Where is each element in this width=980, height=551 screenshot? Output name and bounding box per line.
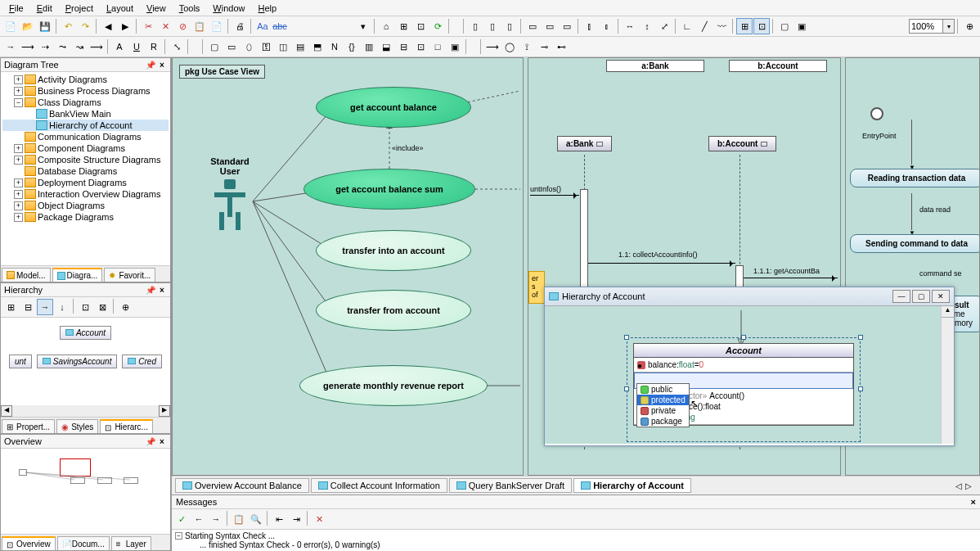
msg-tool-icon[interactable]: → — [208, 511, 224, 527]
grid-icon[interactable]: ⊞ — [736, 18, 753, 34]
rel-icon[interactable]: ⟟ — [519, 38, 535, 55]
size-icon[interactable]: ↕ — [639, 18, 655, 34]
tree-item[interactable]: +Package Diagrams — [2, 211, 169, 223]
tab-next-icon[interactable]: ▷ — [965, 481, 972, 490]
tree-item[interactable]: +Activity Diagrams — [2, 74, 169, 85]
state-reading[interactable]: Reading transaction data — [850, 169, 980, 187]
menu-help[interactable]: Help — [252, 2, 284, 15]
shape-icon[interactable]: ⬒ — [309, 38, 326, 55]
dropdown-icon[interactable]: ▾ — [355, 18, 371, 34]
usecase-transfer-into[interactable]: transfer into an account — [316, 230, 471, 271]
tree-item[interactable]: Database Diagrams — [2, 165, 169, 177]
menu-file[interactable]: File — [2, 2, 30, 15]
tab-styles[interactable]: ◉Styles — [56, 419, 98, 433]
tree-toggle-icon[interactable]: + — [14, 201, 23, 210]
tab-favorites[interactable]: ✸Favorit... — [104, 268, 155, 282]
expand-icon[interactable]: ⤡ — [169, 38, 185, 55]
selection-handle[interactable] — [624, 386, 629, 391]
size-icon[interactable]: ↔ — [622, 18, 638, 34]
entry-point[interactable] — [870, 107, 883, 120]
tree-toggle-icon[interactable]: + — [14, 213, 23, 222]
msg-tool-icon[interactable]: ← — [191, 511, 207, 527]
hierarchy-content[interactable]: Account unt SavingsAccount Cred — [1, 318, 170, 405]
msg-tool-icon[interactable]: ✓ — [173, 511, 190, 527]
msg-tool-icon[interactable]: ⇤ — [271, 511, 287, 527]
open-icon[interactable]: 📂 — [20, 18, 36, 34]
sequence-note[interactable]: er s of — [528, 271, 545, 304]
pin-icon[interactable]: 📌 — [146, 60, 155, 70]
shape-icon[interactable]: ⬯ — [241, 38, 257, 55]
rel-icon[interactable]: ⟶ — [484, 38, 501, 55]
usecase-diagram[interactable]: pkg Use Case View Standard User — [172, 57, 524, 476]
msg-tool-icon[interactable]: 🔍 — [248, 511, 264, 527]
hier-tool-icon[interactable]: ⊕ — [117, 299, 133, 315]
seq-header-account[interactable]: b:Account — [729, 60, 827, 72]
minimize-icon[interactable]: — — [892, 290, 910, 303]
shape-icon[interactable]: □ — [429, 38, 446, 55]
visibility-option-private[interactable]: private — [637, 405, 689, 416]
hier-child[interactable]: Cred — [122, 355, 162, 368]
arrow-icon[interactable]: ⟶ — [20, 38, 36, 55]
shape-icon[interactable]: ▢ — [206, 38, 223, 55]
line-icon[interactable]: ∟ — [679, 18, 695, 34]
tab-document[interactable]: 📄Docum... — [57, 536, 110, 550]
text-icon[interactable]: R — [146, 38, 162, 55]
tool-icon[interactable]: ⌂ — [378, 18, 394, 34]
snap-icon[interactable]: ⊡ — [753, 18, 770, 34]
shape-icon[interactable]: ▥ — [361, 38, 377, 55]
overview-viewport[interactable] — [60, 458, 91, 476]
editor-tab[interactable]: Query BankServer Draft — [449, 478, 572, 493]
redo-icon[interactable]: ↷ — [77, 18, 93, 34]
tree-item[interactable]: +Interaction Overview Diagrams — [2, 188, 169, 200]
align-icon[interactable]: ▭ — [559, 18, 575, 34]
prev-icon[interactable]: ◀ — [100, 18, 116, 34]
tab-hierarchy[interactable]: ⊡Hierarc... — [100, 419, 153, 433]
diagram-tree[interactable]: +Activity Diagrams+Business Process Diag… — [1, 72, 170, 265]
msg-tool-icon[interactable]: 📋 — [231, 511, 247, 527]
msg-tool-icon[interactable]: ⇥ — [288, 511, 304, 527]
seq-header-bank[interactable]: a:Bank — [606, 60, 704, 72]
tree-item[interactable]: +Business Process Diagrams — [2, 85, 169, 97]
shape-icon[interactable]: N — [326, 38, 343, 55]
size-icon[interactable]: ⤢ — [656, 18, 672, 34]
menu-layout[interactable]: Layout — [100, 2, 140, 15]
view-icon[interactable]: ▣ — [793, 18, 810, 34]
lifeline-account[interactable]: b:Account — [708, 136, 776, 151]
key-icon[interactable]: ⚿ — [258, 38, 274, 55]
visibility-option-package[interactable]: package — [637, 416, 689, 427]
shape-icon[interactable]: ◫ — [275, 38, 291, 55]
visibility-option-protected[interactable]: protected — [637, 395, 689, 405]
menu-view[interactable]: View — [140, 2, 173, 15]
print-icon[interactable]: 🖨 — [232, 18, 248, 34]
shape-icon[interactable]: ⊟ — [395, 38, 411, 55]
maximize-icon[interactable]: ▢ — [912, 290, 930, 303]
hier-root[interactable]: Account — [60, 326, 111, 340]
rel-icon[interactable]: ⊸ — [536, 38, 552, 55]
tab-model[interactable]: Model... — [2, 268, 51, 282]
window-titlebar[interactable]: Hierarchy of Account — ▢ ✕ — [545, 287, 954, 306]
close-icon[interactable]: × — [157, 285, 167, 295]
zoom-input[interactable] — [910, 21, 942, 31]
next-icon[interactable]: ▶ — [117, 18, 133, 34]
lifeline-bank[interactable]: a:Bank — [557, 136, 612, 151]
class-attribute[interactable]: ● balance:float=0 — [637, 359, 850, 370]
tree-toggle-icon[interactable]: + — [14, 178, 23, 187]
cancel-icon[interactable]: ⊘ — [174, 18, 191, 34]
rel-icon[interactable]: ◯ — [501, 38, 518, 55]
view-icon[interactable]: ▢ — [776, 18, 793, 34]
hier-tool-icon[interactable]: ⊞ — [2, 299, 19, 315]
shape-icon[interactable]: ▤ — [292, 38, 308, 55]
tab-properties[interactable]: ⊞Propert... — [2, 419, 55, 433]
close-icon[interactable]: × — [157, 60, 167, 70]
shape-icon[interactable]: ⬓ — [378, 38, 394, 55]
arrow-icon[interactable]: ⇢ — [37, 38, 53, 55]
hier-tool-icon[interactable]: ⊠ — [94, 299, 110, 315]
overview-canvas[interactable] — [1, 449, 170, 534]
hier-tool-icon[interactable]: ⊡ — [77, 299, 93, 315]
text-icon[interactable]: A — [111, 38, 128, 55]
undo-icon[interactable]: ↶ — [60, 18, 76, 34]
align-icon[interactable]: ▭ — [524, 18, 541, 34]
new-icon[interactable]: 📄 — [2, 18, 19, 34]
hier-tool-icon[interactable]: → — [37, 299, 53, 315]
selection-handle[interactable] — [741, 335, 746, 340]
